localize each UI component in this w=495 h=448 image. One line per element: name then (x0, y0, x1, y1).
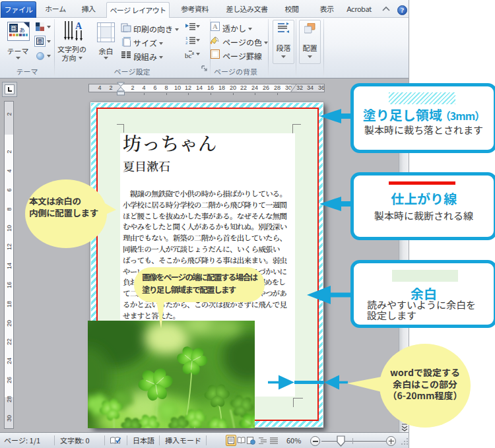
svg-text:2: 2 (185, 41, 188, 45)
svg-text:A: A (75, 21, 82, 31)
svg-text:A: A (213, 22, 218, 30)
svg-text:1: 1 (185, 36, 188, 40)
